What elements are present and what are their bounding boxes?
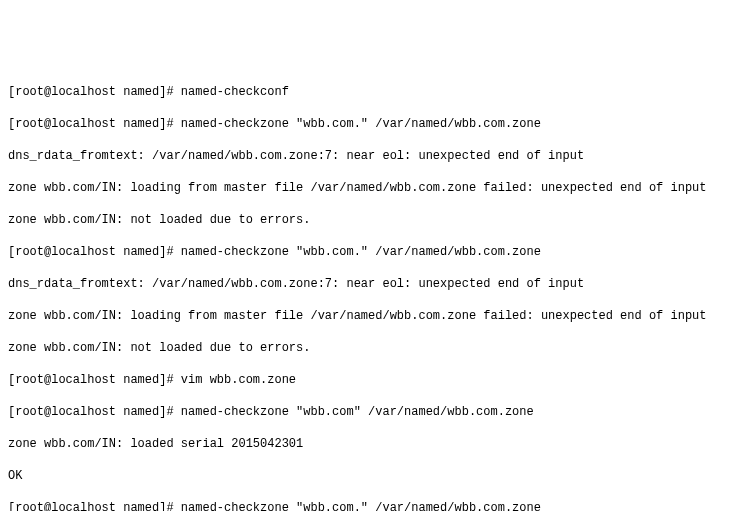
terminal-line: [root@localhost named]# named-checkconf <box>8 84 748 100</box>
terminal-line: zone wbb.com/IN: not loaded due to error… <box>8 340 748 356</box>
terminal-line: [root@localhost named]# named-checkzone … <box>8 404 748 420</box>
terminal-line: zone wbb.com/IN: loaded serial 201504230… <box>8 436 748 452</box>
terminal-line: OK <box>8 468 748 484</box>
terminal-line: [root@localhost named]# vim wbb.com.zone <box>8 372 748 388</box>
terminal-line: zone wbb.com/IN: loading from master fil… <box>8 308 748 324</box>
terminal-line: [root@localhost named]# named-checkzone … <box>8 500 748 511</box>
terminal-line: dns_rdata_fromtext: /var/named/wbb.com.z… <box>8 148 748 164</box>
terminal-line: dns_rdata_fromtext: /var/named/wbb.com.z… <box>8 276 748 292</box>
terminal-line: zone wbb.com/IN: loading from master fil… <box>8 180 748 196</box>
terminal-line: zone wbb.com/IN: not loaded due to error… <box>8 212 748 228</box>
terminal-line: [root@localhost named]# named-checkzone … <box>8 116 748 132</box>
terminal-line: [root@localhost named]# named-checkzone … <box>8 244 748 260</box>
terminal-output: [root@localhost named]# named-checkconf … <box>8 68 748 511</box>
